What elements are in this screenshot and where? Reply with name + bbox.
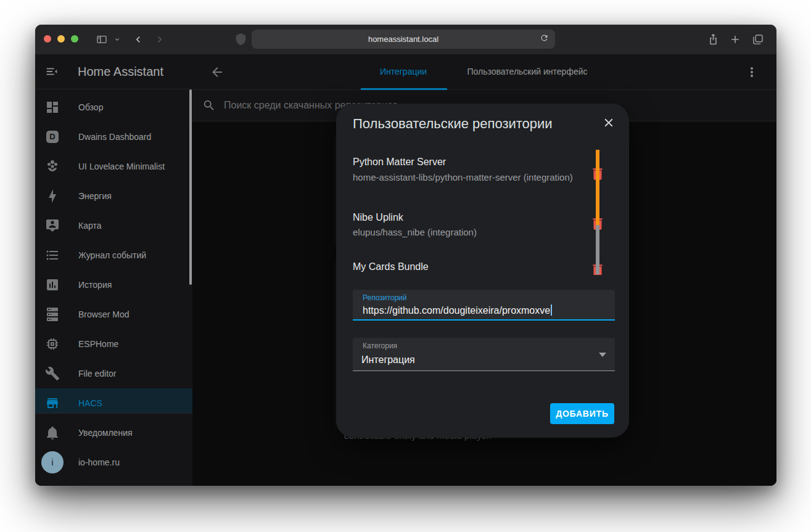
url-text: homeassistant.local [368,35,438,44]
share-icon[interactable] [707,33,720,46]
shield-icon [234,33,247,46]
repository-name: Python Matter Server [353,157,446,168]
add-button[interactable]: ДОБАВИТЬ [550,403,614,424]
repository-name: Nibe Uplink [353,212,403,223]
forward-button[interactable] [154,33,166,46]
tab-overview-icon[interactable] [752,33,764,46]
sidebar-panel-icon[interactable] [96,33,108,46]
repository-input-label: Репозиторий [363,293,407,302]
repository-name: My Cards Bundle [353,261,429,272]
back-button[interactable] [132,33,144,46]
category-select[interactable]: Категория Интеграция [353,338,615,371]
new-tab-icon[interactable] [729,33,741,46]
home-assistant-app: Home Assistant ОбзорDDwains DashboardUI … [35,54,776,486]
text-caret [551,305,552,316]
browser-window: homeassistant.local Home Assistant Обзор… [35,25,776,486]
dialog-scrollbar-thumb[interactable] [596,150,599,225]
repository-input[interactable]: Репозиторий https://github.com/dougiteix… [353,290,615,321]
custom-repositories-dialog: Пользовательские репозитории Python Matt… [336,104,629,438]
chevron-down-icon[interactable] [113,36,121,43]
zoom-window-button[interactable] [71,35,78,43]
screenshot-stage: homeassistant.local Home Assistant Обзор… [0,0,811,532]
address-bar[interactable]: homeassistant.local [252,30,555,49]
dropdown-caret-icon [599,353,606,357]
category-select-label: Категория [363,342,397,350]
repository-input-value: https://github.com/dougiteixeira/proxmox… [363,305,552,316]
repository-detail: elupus/hass_nibe (integration) [353,226,575,239]
close-icon[interactable] [602,116,615,129]
close-window-button[interactable] [44,35,51,43]
browser-toolbar: homeassistant.local [35,25,776,54]
reload-icon[interactable] [540,33,549,43]
minimize-window-button[interactable] [57,35,65,43]
dialog-title: Пользовательские репозитории [353,116,553,132]
category-select-value: Интеграция [361,354,415,366]
repository-list: Python Matter Serverhome-assistant-libs/… [353,147,616,275]
repository-detail: home-assistant-libs/python-matter-server… [353,171,575,184]
